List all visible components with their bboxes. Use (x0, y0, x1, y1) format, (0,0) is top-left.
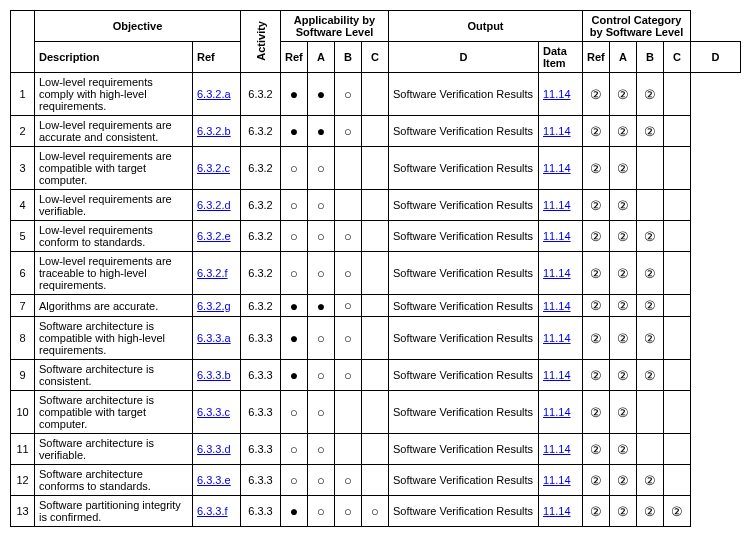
ref-link[interactable]: 11.14 (543, 369, 571, 381)
cc-d (664, 190, 691, 221)
ref-link[interactable]: 6.3.3.e (197, 474, 231, 486)
solid-circle-icon: ● (290, 503, 298, 519)
ref-link[interactable]: 6.3.3.f (197, 505, 228, 517)
cc-d: ② (664, 496, 691, 527)
hollow-circle-icon: ○ (317, 504, 325, 519)
data-item: Software Verification Results (389, 391, 539, 434)
output-ref: 11.14 (539, 73, 583, 116)
table-row: 6Low-level requirements are traceable to… (11, 252, 741, 295)
output-ref: 11.14 (539, 221, 583, 252)
app-c: ○ (335, 360, 362, 391)
col-app-b: B (335, 42, 362, 73)
app-c (335, 391, 362, 434)
app-a: ○ (281, 147, 308, 190)
ref-link[interactable]: 11.14 (543, 267, 571, 279)
col-applicability: Applicability by Software Level (281, 11, 389, 42)
ref-link[interactable]: 11.14 (543, 443, 571, 455)
ref-link[interactable]: 6.3.2.f (197, 267, 228, 279)
ref-link[interactable]: 6.3.2.b (197, 125, 231, 137)
app-c: ○ (335, 496, 362, 527)
hollow-circle-icon: ○ (317, 442, 325, 457)
cc-c (637, 434, 664, 465)
ref-link[interactable]: 11.14 (543, 505, 571, 517)
cc-b: ② (610, 295, 637, 317)
app-c: ○ (335, 221, 362, 252)
app-c: ○ (335, 73, 362, 116)
cc-b: ② (610, 391, 637, 434)
data-item: Software Verification Results (389, 147, 539, 190)
col-ref: Ref (193, 42, 241, 73)
objective-description: Low-level requirements are traceable to … (35, 252, 193, 295)
app-c: ○ (335, 295, 362, 317)
ref-link[interactable]: 11.14 (543, 125, 571, 137)
data-item: Software Verification Results (389, 317, 539, 360)
output-ref: 11.14 (539, 295, 583, 317)
ref-link[interactable]: 6.3.2.g (197, 300, 231, 312)
hollow-circle-icon: ○ (290, 266, 298, 281)
app-d (362, 317, 389, 360)
ref-link[interactable]: 11.14 (543, 406, 571, 418)
data-item: Software Verification Results (389, 434, 539, 465)
activity-ref: 6.3.3 (241, 465, 281, 496)
app-b: ● (308, 295, 335, 317)
app-d: ○ (362, 496, 389, 527)
cc-a: ② (583, 190, 610, 221)
ref-link[interactable]: 11.14 (543, 199, 571, 211)
ref-link[interactable]: 11.14 (543, 162, 571, 174)
col-objective: Objective (35, 11, 241, 42)
solid-circle-icon: ● (290, 330, 298, 346)
ref-link[interactable]: 11.14 (543, 230, 571, 242)
hollow-circle-icon: ○ (344, 124, 352, 139)
ref-link[interactable]: 6.3.2.a (197, 88, 231, 100)
hollow-circle-icon: ○ (317, 229, 325, 244)
row-number: 11 (11, 434, 35, 465)
col-cc-c: C (664, 42, 691, 73)
ref-link[interactable]: 11.14 (543, 332, 571, 344)
objective-description: Low-level requirements conform to standa… (35, 221, 193, 252)
cc-d (664, 465, 691, 496)
output-ref: 11.14 (539, 147, 583, 190)
app-d (362, 295, 389, 317)
objective-description: Software architecture is compatible with… (35, 391, 193, 434)
solid-circle-icon: ● (317, 86, 325, 102)
activity-ref: 6.3.2 (241, 295, 281, 317)
hollow-circle-icon: ○ (317, 368, 325, 383)
ref-link[interactable]: 6.3.2.e (197, 230, 231, 242)
cc-a: ② (583, 465, 610, 496)
app-d (362, 147, 389, 190)
ref-link[interactable]: 6.3.3.a (197, 332, 231, 344)
solid-circle-icon: ● (317, 298, 325, 314)
ref-link[interactable]: 6.3.2.d (197, 199, 231, 211)
app-a: ● (281, 295, 308, 317)
ref-link[interactable]: 6.3.3.b (197, 369, 231, 381)
cc-a: ② (583, 295, 610, 317)
cc-c: ② (637, 496, 664, 527)
objective-ref: 6.3.2.g (193, 295, 241, 317)
col-cc-d: D (691, 42, 741, 73)
col-activity: Activity (241, 11, 281, 73)
ref-link[interactable]: 11.14 (543, 474, 571, 486)
cc-b: ② (610, 73, 637, 116)
ref-link[interactable]: 11.14 (543, 88, 571, 100)
cc-c: ② (637, 221, 664, 252)
solid-circle-icon: ● (290, 86, 298, 102)
output-ref: 11.14 (539, 434, 583, 465)
hollow-circle-icon: ○ (317, 473, 325, 488)
ref-link[interactable]: 6.3.2.c (197, 162, 230, 174)
table-row: 10Software architecture is compatible wi… (11, 391, 741, 434)
cc-d (664, 391, 691, 434)
cc-d (664, 147, 691, 190)
cc-d (664, 295, 691, 317)
col-rownum (11, 11, 35, 73)
cc-a: ② (583, 252, 610, 295)
activity-ref: 6.3.2 (241, 147, 281, 190)
ref-link[interactable]: 6.3.3.d (197, 443, 231, 455)
col-cc-b: B (637, 42, 664, 73)
objective-description: Software architecture is verifiable. (35, 434, 193, 465)
hollow-circle-icon: ○ (344, 331, 352, 346)
col-controlcat: Control Category by Software Level (583, 11, 691, 42)
ref-link[interactable]: 11.14 (543, 300, 571, 312)
ref-link[interactable]: 6.3.3.c (197, 406, 230, 418)
hollow-circle-icon: ○ (344, 504, 352, 519)
row-number: 13 (11, 496, 35, 527)
